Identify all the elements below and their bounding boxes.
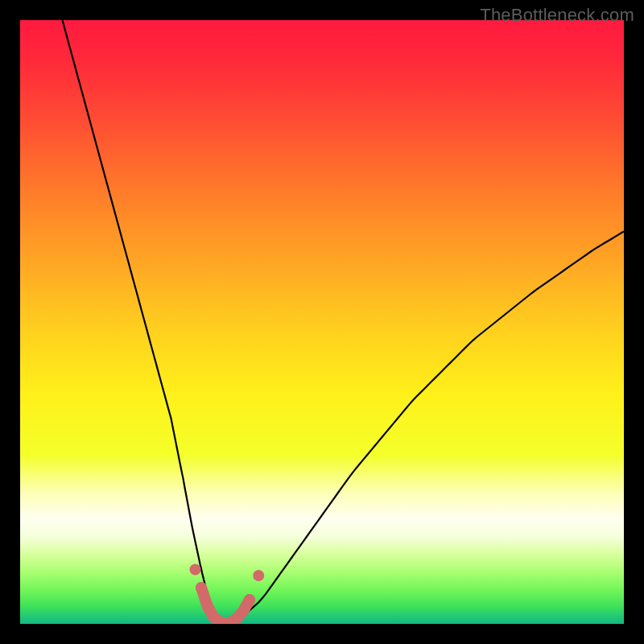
- highlight-dot: [253, 570, 264, 581]
- watermark-text: TheBottleneck.com: [480, 5, 634, 26]
- chart-stage: TheBottleneck.com: [0, 0, 644, 644]
- gradient-background: [20, 20, 624, 624]
- highlight-dot: [202, 601, 213, 612]
- highlight-dot: [196, 582, 207, 593]
- highlight-dot: [190, 564, 201, 576]
- chart-svg: [20, 20, 624, 624]
- highlight-dot: [238, 605, 250, 617]
- plot-frame: [20, 20, 624, 624]
- highlight-dot: [244, 594, 255, 605]
